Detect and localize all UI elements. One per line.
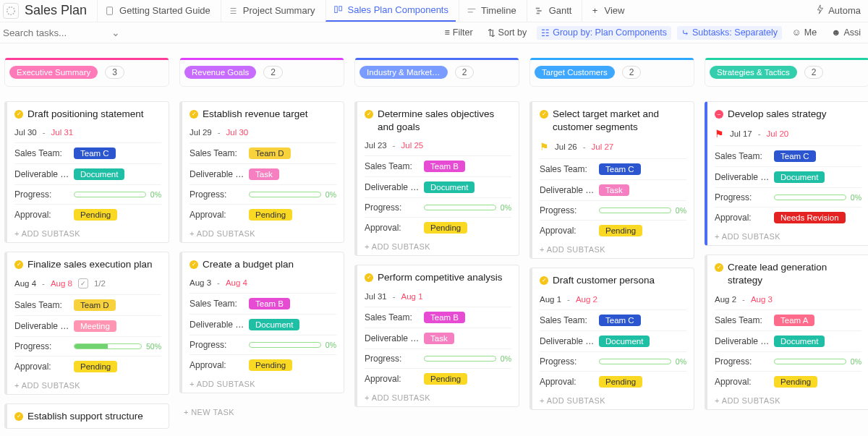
approval-tag[interactable]: Pending (424, 373, 467, 385)
new-task-button[interactable]: + NEW TASK (179, 402, 344, 422)
board-column: Industry & Market… 2✓Determine sales obj… (354, 58, 519, 432)
add-subtask-button[interactable]: + ADD SUBTASK (365, 389, 511, 402)
card-title: ✓Create a budget plan (190, 258, 336, 271)
start-date: Jul 31 (365, 292, 387, 301)
team-tag[interactable]: Team C (599, 315, 641, 326)
progress-bar[interactable]: 0% (249, 341, 336, 349)
field-label: Approval: (14, 210, 74, 220)
group-button[interactable]: ☷ Group by: Plan Components (537, 26, 671, 40)
deliverable-tag[interactable]: Meeting (74, 320, 116, 332)
approval-tag[interactable]: Pending (774, 376, 817, 388)
field-label: Deliverable … (715, 172, 774, 182)
automation-button[interactable]: Automa (811, 1, 865, 20)
progress-bar[interactable]: 0% (249, 190, 336, 199)
column-header[interactable]: Target Customers 2 (529, 58, 694, 87)
progress-bar[interactable]: 0% (599, 357, 686, 366)
progress-bar[interactable]: 0% (599, 206, 686, 215)
task-card[interactable]: ✓Create a budget planAug 3-Aug 4 Sales T… (179, 252, 344, 393)
deliverable-tag[interactable]: Task (249, 168, 279, 180)
deliverable-tag[interactable]: Document (774, 171, 825, 183)
task-card[interactable]: ✓Create lead generation strategyAug 2-Au… (705, 255, 868, 409)
card-title: ✓Create lead generation strategy (715, 261, 861, 287)
add-subtask-button[interactable]: + ADD SUBTASK (365, 238, 511, 251)
approval-tag[interactable]: Pending (74, 209, 117, 221)
search-input-wrap[interactable] (3, 27, 111, 38)
tab-project-summary[interactable]: Project Summary (221, 0, 323, 22)
add-subtask-button[interactable]: + ADD SUBTASK (715, 228, 861, 241)
deliverable-tag[interactable]: Document (774, 335, 825, 347)
column-title-pill: Target Customers (535, 66, 615, 79)
tab-sales-plan-components[interactable]: Sales Plan Components (326, 0, 456, 22)
task-card[interactable]: ✓Draft customer personaAug 1-Aug 2 Sales… (529, 268, 694, 409)
approval-tag[interactable]: Pending (599, 376, 642, 388)
field-label: Deliverable … (365, 182, 424, 192)
add-subtask-button[interactable]: + ADD SUBTASK (540, 392, 686, 405)
tab-timeline[interactable]: Timeline (459, 0, 524, 22)
add-subtask-button[interactable]: + ADD SUBTASK (14, 225, 161, 238)
progress-bar[interactable]: 50% (74, 342, 161, 351)
field-label: Approval: (540, 377, 599, 387)
chevron-down-icon[interactable]: ⌄ (111, 27, 120, 38)
column-header[interactable]: Executive Summary 3 (4, 58, 169, 87)
add-subtask-button[interactable]: + ADD SUBTASK (190, 225, 336, 238)
gantt-icon (535, 6, 545, 16)
team-tag[interactable]: Team C (74, 148, 116, 159)
card-dates: Aug 3-Aug 4 (190, 278, 336, 287)
filter-button[interactable]: ≡ Filter (441, 26, 477, 39)
approval-tag[interactable]: Pending (599, 225, 642, 236)
subtasks-button[interactable]: ⤷ Subtasks: Separately (677, 26, 782, 40)
add-subtask-button[interactable]: + ADD SUBTASK (14, 377, 161, 390)
team-tag[interactable]: Team A (774, 315, 814, 326)
end-date: Jul 25 (401, 141, 424, 150)
team-tag[interactable]: Team B (424, 312, 465, 323)
approval-tag[interactable]: Pending (74, 361, 117, 372)
team-tag[interactable]: Team B (249, 298, 290, 309)
progress-bar[interactable]: 0% (424, 354, 511, 363)
tab-gantt[interactable]: Gantt (527, 0, 579, 22)
column-header[interactable]: Industry & Market… 2 (354, 58, 519, 87)
assignee-button[interactable]: ☻ Assi (827, 26, 865, 39)
search-input[interactable] (3, 27, 111, 38)
team-tag[interactable]: Team B (424, 161, 465, 172)
card-title-text: Establish support structure (27, 410, 143, 423)
task-card[interactable]: ✓Select target market and customer segme… (529, 101, 694, 259)
add-subtask-button[interactable]: + ADD SUBTASK (715, 392, 861, 405)
sort-button[interactable]: ⇅ Sort by (483, 26, 532, 40)
column-header[interactable]: Revenue Goals 2 (179, 58, 344, 87)
team-tag[interactable]: Team D (249, 148, 291, 159)
task-card[interactable]: ✓Perform competitive analysisJul 31-Aug … (354, 265, 519, 406)
add-subtask-button[interactable]: + ADD SUBTASK (540, 241, 686, 254)
progress-bar[interactable]: 0% (424, 203, 511, 212)
tab-getting-started[interactable]: Getting Started Guide (97, 0, 218, 22)
team-tag[interactable]: Team C (599, 163, 641, 175)
card-title-text: Select target market and customer segmen… (553, 108, 686, 134)
approval-tag[interactable]: Needs Revision (774, 212, 846, 223)
deliverable-tag[interactable]: Document (74, 168, 124, 180)
deliverable-tag[interactable]: Document (249, 319, 299, 330)
progress-bar[interactable]: 0% (774, 357, 861, 366)
deliverable-tag[interactable]: Task (424, 333, 454, 344)
approval-tag[interactable]: Pending (249, 359, 292, 371)
task-card[interactable]: –Develop sales strategy⚑Jul 17-Jul 20 Sa… (705, 101, 868, 246)
task-card[interactable]: ✓Determine sales objectives and goalsJul… (354, 101, 519, 256)
approval-tag[interactable]: Pending (249, 209, 292, 221)
deliverable-tag[interactable]: Document (424, 181, 475, 193)
task-card[interactable]: ✓Establish support structure (4, 403, 169, 428)
app-icon[interactable] (3, 3, 19, 19)
team-tag[interactable]: Team D (74, 299, 116, 311)
progress-row: Progress: 0% (365, 349, 511, 368)
approval-tag[interactable]: Pending (424, 222, 467, 234)
task-card[interactable]: ✓Draft positioning statementJul 30-Jul 3… (4, 101, 169, 243)
column-header[interactable]: Strategies & Tactics 2 (705, 58, 868, 87)
progress-bar[interactable]: 0% (774, 193, 861, 202)
progress-bar[interactable]: 0% (74, 190, 161, 199)
me-button[interactable]: ☺ Me (788, 26, 821, 39)
tab-add-view[interactable]: + View (582, 0, 631, 22)
deliverable-tag[interactable]: Task (599, 184, 629, 196)
add-subtask-button[interactable]: + ADD SUBTASK (190, 375, 336, 388)
deliverable-tag[interactable]: Document (599, 335, 650, 347)
team-tag[interactable]: Team C (774, 150, 816, 162)
task-card[interactable]: ✓Establish revenue targetJul 29-Jul 30 S… (179, 101, 344, 243)
plus-icon: + (590, 6, 600, 16)
task-card[interactable]: ✓Finalize sales execution planAug 4-Aug … (4, 252, 169, 395)
